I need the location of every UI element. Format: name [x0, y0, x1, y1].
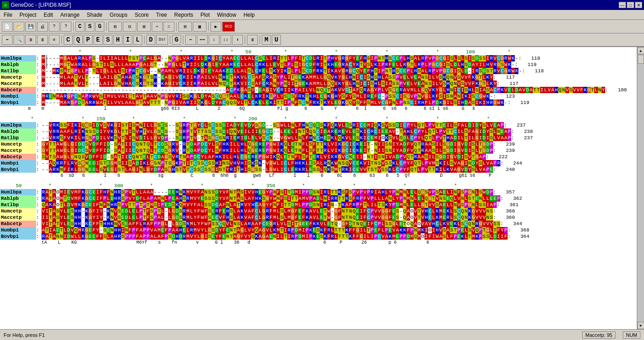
toolbar-dots[interactable]: ∷ — [163, 22, 174, 32]
seq-data-ratlbp-1: M--MKSATGPLLP-TLIGLLLLSIPRTCGV--NPAMLVRI… — [42, 68, 522, 74]
notes-block2: 6 sD 6 I 6 sg C 6 6h6 g gw6 Lf I l 6 6C … — [0, 173, 637, 179]
seq-data-maccetp-1: M----MLAATVLT---LAILGNVHACSKGTSH-KAGIVCR… — [42, 80, 497, 87]
scroll-track[interactable] — [637, 54, 644, 322]
toolbar2: ⬅ 🔍 ≣ ≣ ≡ C Q P E S H I L D DST G ⬅ ⬅⬅ ↕… — [0, 33, 644, 47]
sep2 — [106, 22, 107, 31]
seq-row-humbpi-3: Humbpi : ATIAETLDVQMKGEFY-SENHHINFPFAPPV… — [0, 227, 637, 233]
t2-b1[interactable]: ⬅ — [2, 35, 13, 45]
menu-score[interactable]: Score — [131, 11, 152, 19]
scroll-down-arrow[interactable]: ▼ — [637, 322, 644, 329]
t2-c[interactable]: C — [64, 35, 73, 45]
sep4 — [208, 22, 209, 31]
menu-file[interactable]: File — [0, 11, 16, 19]
t2-scroll2[interactable]: ⬅⬅ — [197, 35, 208, 45]
toolbar-grid5[interactable]: ▦ — [193, 22, 206, 32]
status-right: Maccetp: 95 NUM — [582, 331, 640, 339]
seq-name-maccetp: Maccetp — [0, 80, 36, 87]
menu-edit[interactable]: Edit — [40, 11, 57, 19]
t2-dst[interactable]: DST — [156, 35, 168, 45]
t2-u[interactable]: U — [272, 35, 281, 45]
toolbar-help2[interactable]: ? — [61, 22, 71, 32]
toolbar-s[interactable]: S — [85, 22, 94, 32]
close-button[interactable]: ✕ — [635, 2, 642, 8]
block2: * * 150 * * * 200 * * * * * Humlbpa : — [0, 116, 637, 179]
titlebar: G GeneDoc - [LIPID8.MSF] — □ ✕ — [0, 0, 644, 10]
menu-window[interactable]: Window — [213, 11, 240, 19]
seq-row-maccetp-3: Maccetp : IITASYLESHH-KGYIY-KNVSEDLELPTF… — [0, 214, 637, 221]
sep5 — [61, 35, 62, 44]
toolbar-c[interactable]: C — [75, 22, 84, 32]
toolbar-scroll1[interactable]: ▶ — [210, 22, 221, 32]
t2-b4[interactable]: ≣ — [37, 35, 48, 45]
ruler3: 50 * * 300 * * * 350 * * * * — [0, 183, 637, 189]
t2-b5[interactable]: ≡ — [49, 35, 60, 45]
t2-scroll3[interactable]: ↕ — [209, 35, 219, 45]
window-title: GeneDoc - [LIPID8.MSF] — [11, 2, 71, 8]
seq-row-rabcetp-3: Rabcetp : VITATYLESHH-KCFFTHHKNVSEAFFLRA… — [0, 221, 637, 227]
t2-q[interactable]: Q — [74, 35, 83, 45]
t2-p[interactable]: P — [84, 35, 93, 45]
toolbar-grid3[interactable]: ⊠ — [137, 22, 151, 32]
seq-data-rablpb-1: M----MGTWARALLGSTILSLLLAAAPGALGT--NPGLLT… — [42, 61, 515, 68]
t2-e[interactable]: E — [93, 35, 103, 45]
t2-scroll4[interactable]: ↕↕ — [220, 35, 231, 45]
seq-data-humlbpa-1: M----MGALARALPS-ILIIALLLTSTPEALGA--NPGLV… — [42, 55, 518, 61]
sep10 — [260, 35, 260, 44]
t2-scroll1[interactable]: ⬅ — [185, 35, 196, 45]
toolbar-save[interactable]: 💾 — [25, 22, 36, 32]
toolbar-g[interactable]: G — [95, 22, 104, 32]
menu-help[interactable]: Help — [240, 11, 258, 19]
sep8 — [183, 35, 183, 44]
scroll-thumb[interactable] — [638, 55, 644, 64]
t2-i[interactable]: I — [123, 35, 132, 45]
toolbar-new[interactable]: 📄 — [2, 22, 13, 32]
seq-row-maccetp-1: Maccetp : M----MLAATVLT---LAILGNVHACSKGT… — [0, 80, 637, 87]
seq-row-humbpi-2: Humbpi : --AQKRFLRVSGNEDISTEGMSIISADIKLG… — [0, 160, 637, 166]
t2-align[interactable]: ≣ — [247, 35, 258, 45]
seq-row-ratlbp-2: Ratlbp : --VRRSFVKILHGSPDILVKSVTLISVDILL… — [0, 135, 637, 141]
t2-g[interactable]: G — [172, 35, 181, 45]
toolbar-open[interactable]: 📂 — [14, 22, 24, 32]
menu-reports[interactable]: Reports — [171, 11, 197, 19]
toolbar-grid1[interactable]: ⊞ — [108, 22, 122, 32]
t2-s[interactable]: S — [103, 35, 112, 45]
seq-row-bovbpi-3: Bovbpi : RATANNIDWLLKGEEFFSLAHRSPPPFAPPA… — [0, 233, 637, 240]
t2-m[interactable]: M — [262, 35, 271, 45]
menu-shade[interactable]: Shade — [83, 11, 106, 19]
toolbar-print[interactable]: 🖨 — [37, 22, 48, 32]
seq-row-maccetp-2: Maccetp : GYTTAWGLGIDCSVDFFID-SATIICQNTQ… — [0, 147, 637, 154]
seq-row-humlbpa-3: Humlbpa : RATAOMIEVMFKGCEIFHFNHRSPVTLLAA… — [0, 189, 637, 195]
menu-groups[interactable]: Groups — [106, 11, 131, 19]
t2-l[interactable]: L — [133, 35, 142, 45]
toolbar-cut[interactable]: ✂ — [152, 22, 163, 32]
seq-row-rabcetp-1: Rabcetp : ------------------------------… — [0, 87, 637, 93]
toolbar-rcd[interactable]: RCD — [222, 22, 235, 32]
toolbar-grid2[interactable]: ⊟ — [123, 22, 136, 32]
notes-block1: m m l g66 RI3 L 2 6Q Pl g 6 G Y 6 I 6 s6… — [0, 106, 637, 112]
seq-name2-humlbpa: Humlbpa — [0, 122, 36, 128]
block1: * * * * 50 * * * * 100 * Humlbpa : M-- — [0, 49, 637, 112]
seq-name-humbpi: Humbpi — [0, 93, 36, 99]
vertical-scrollbar[interactable]: ▲ ▼ — [637, 47, 644, 329]
titlebar-right[interactable]: — □ ✕ — [619, 2, 642, 8]
seq-data-bovbpi-1: M----MARGPDTARRWATILVVLAALGTAVTTT-NPGIVA… — [42, 99, 508, 106]
maximize-button[interactable]: □ — [627, 2, 634, 8]
seq-row-ratlbp-3: Ratlbp : QAKAOTLDVMKGCEIFNFNHRSPVTTPTPTM… — [0, 202, 637, 208]
t2-b3[interactable]: ≣ — [25, 35, 36, 45]
t2-scroll5[interactable]: ⬆ — [232, 35, 243, 45]
app-icon: G — [2, 1, 9, 9]
menu-arrange[interactable]: Arrange — [56, 11, 83, 19]
menu-plot[interactable]: Plot — [197, 11, 214, 19]
sep3 — [176, 22, 177, 31]
minimize-button[interactable]: — — [619, 2, 626, 8]
t2-d[interactable]: D — [146, 35, 155, 45]
titlebar-left: G GeneDoc - [LIPID8.MSF] — [2, 1, 71, 9]
toolbar-help[interactable]: ? — [49, 22, 60, 32]
toolbar-grid4[interactable]: ⊞ — [178, 22, 192, 32]
t2-b2[interactable]: 🔍 — [14, 35, 24, 45]
menu-tree[interactable]: Tree — [153, 11, 171, 19]
menu-project[interactable]: Project — [16, 11, 40, 19]
t2-h[interactable]: H — [113, 35, 122, 45]
scroll-up-arrow[interactable]: ▲ — [637, 47, 644, 54]
sequence-area[interactable]: * * * * 50 * * * * 100 * Humlbpa : M-- — [0, 47, 637, 329]
